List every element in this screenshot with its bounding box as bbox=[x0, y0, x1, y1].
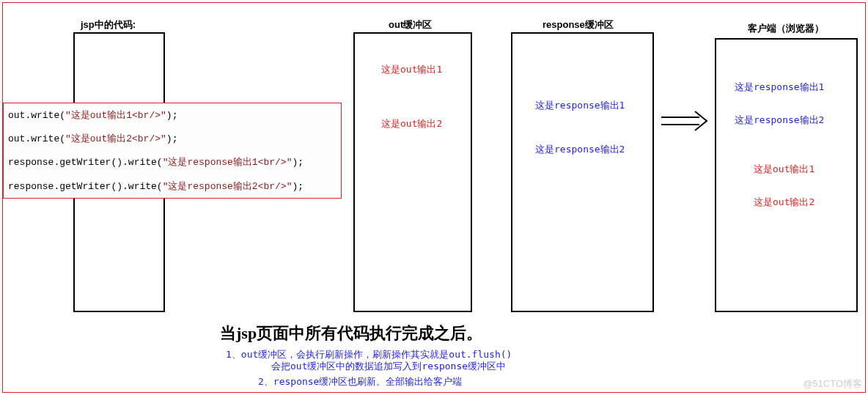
note-1b: 会把out缓冲区中的数据追加写入到response缓冲区中 bbox=[271, 360, 506, 373]
code-block: out.write("这是out输出1<br/>"); out.write("这… bbox=[3, 103, 342, 199]
resp-buffer-title: response缓冲区 bbox=[542, 18, 614, 32]
client-line4: 这是out输出2 bbox=[754, 196, 814, 209]
arrow-icon bbox=[660, 110, 711, 132]
resp-buf-line1: 这是response输出1 bbox=[535, 99, 625, 112]
client-line2: 这是response输出2 bbox=[735, 114, 824, 127]
out-buf-line2: 这是out输出2 bbox=[381, 117, 442, 130]
code-line-4: response.getWriter().write("这是response输出… bbox=[8, 180, 336, 193]
code-line-3: response.getWriter().write("这是response输出… bbox=[8, 156, 336, 169]
watermark: @51CTO博客 bbox=[803, 377, 862, 391]
resp-buffer-box bbox=[511, 32, 654, 312]
jsp-title: jsp中的代码: bbox=[81, 18, 136, 32]
resp-buf-line2: 这是response输出2 bbox=[535, 143, 625, 156]
out-buf-line1: 这是out输出1 bbox=[381, 63, 442, 76]
client-line1: 这是response输出1 bbox=[735, 81, 824, 94]
client-title: 客户端（浏览器） bbox=[748, 22, 824, 35]
code-line-1: out.write("这是out输出1<br/>"); bbox=[8, 109, 336, 122]
note-2: 2、response缓冲区也刷新。全部输出给客户端 bbox=[258, 375, 462, 388]
client-line3: 这是out输出1 bbox=[754, 163, 814, 176]
code-line-2: out.write("这是out输出2<br/>"); bbox=[8, 133, 336, 146]
main-heading: 当jsp页面中所有代码执行完成之后。 bbox=[220, 322, 482, 344]
out-buffer-title: out缓冲区 bbox=[389, 18, 432, 32]
